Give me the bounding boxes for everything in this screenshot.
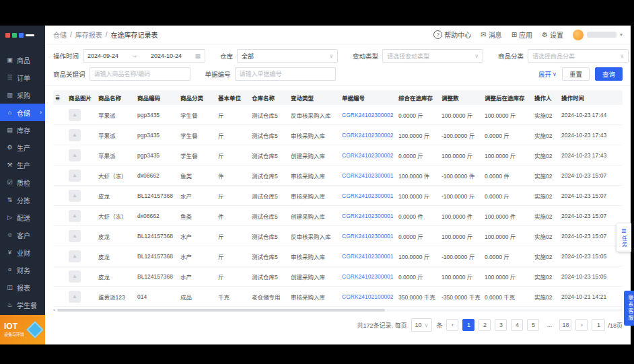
product-category-select[interactable]: 请选择商品分类 ∨ [528, 49, 629, 63]
doc-number-input[interactable] [235, 67, 336, 81]
cell-doc_no[interactable]: CGRK24102300001 [340, 213, 396, 219]
table-row[interactable]: ▲皮龙BL124157368水产斤测试仓库5反审核采购入库CGRK2410230… [53, 226, 623, 246]
scrollbar-track[interactable] [57, 309, 623, 312]
scroll-left-icon[interactable]: ‹ [53, 307, 55, 313]
arrow-right-icon: → [132, 52, 138, 59]
sidebar-item-student-meal[interactable]: ♨学生餐 [0, 296, 45, 314]
cell-before: 0.0000 斤 [396, 272, 439, 281]
app-window: ▣商品☰订单▥采购⌂仓储›▤库存⚙生产⚒生产☑质检⇅分拣▷配送☺客户¥业财¤财务… [0, 26, 631, 344]
orders-icon: ☰ [6, 74, 13, 81]
cell-operator: 实施02 [532, 151, 559, 159]
cell-doc_no[interactable]: CGRK24102300001 [340, 172, 396, 179]
sidebar-item-purchase[interactable]: ▥采购 [0, 86, 45, 104]
column-settings-icon[interactable]: ≣ [53, 94, 67, 101]
table-row[interactable]: ▲皮龙BL124157368水产斤测试仓库5创建采购入库CGRK24102300… [53, 266, 623, 287]
prev-page-button[interactable]: ‹ [446, 319, 458, 331]
table-row[interactable]: ▲蛋黄派123014成品千克老仓储专用审核采购入库CGRK24102100002… [53, 287, 623, 307]
cell-doc_no[interactable]: CGRK24102300001 [340, 253, 396, 260]
breadcrumb-item[interactable]: 库存报表 [75, 30, 102, 40]
record-total: 共172条记录, 每页 [357, 321, 407, 330]
table-row[interactable]: ▲皮龙BL124157368水产斤测试仓库5审核采购入库CGRK24102300… [53, 246, 623, 266]
table-row[interactable]: ▲苹果派pgp3435学生餐斤测试仓库5反审核采购入库CGRK241023000… [53, 105, 623, 125]
cell-warehouse: 测试仓库5 [250, 151, 289, 159]
topbar-action-help-center[interactable]: ?帮助中心 [433, 30, 471, 40]
sidebar-item-label: 财务 [17, 265, 30, 275]
cell-category: 水产 [178, 232, 216, 240]
table-row[interactable]: ▲苹果派pgp3435学生餐斤测试仓库5审核采购入库CGRK2410230000… [53, 125, 623, 145]
change-type-select[interactable]: 请选择变动类型 ∨ [382, 49, 483, 63]
sidebar-item-finance[interactable]: ¤财务 [0, 261, 45, 279]
bizfin-icon: ¥ [6, 249, 13, 256]
cell-doc_no[interactable]: CGRK24102300001 [340, 233, 396, 240]
column-header: 商品编码 [135, 94, 178, 102]
cell-doc_no[interactable]: CGRK24102300002 [340, 112, 396, 118]
topbar-action-label: 消息 [489, 30, 502, 40]
sidebar-item-delivery[interactable]: ▷配送 [0, 209, 45, 226]
sidebar-item-production[interactable]: ⚙生产 [0, 139, 45, 156]
contact-service-float-widget[interactable]: 联系客服 [624, 291, 634, 326]
cell-doc_no[interactable]: CGRK24102300001 [340, 192, 396, 199]
horizontal-scrollbar: ‹ [53, 308, 623, 312]
customer-icon: ☺ [6, 231, 13, 238]
table-row[interactable]: ▲大虾（冻）dx08662鱼类件测试仓库5审核采购入库CGRK241023000… [53, 166, 623, 186]
page-button-1[interactable]: 1 [462, 319, 474, 331]
sidebar-item-customer[interactable]: ☺客户 [0, 226, 45, 244]
filter-label: 仓库 [220, 51, 233, 61]
table-row[interactable]: ▲大虾（冻）dx08662鱼类件测试仓库5创建采购入库CGRK241023000… [53, 206, 623, 226]
page-jump-input[interactable]: 1 [592, 319, 605, 331]
cell-doc_no[interactable]: CGRK24102100002 [340, 293, 396, 300]
product-image-placeholder-icon: ▲ [69, 170, 81, 182]
breadcrumb-item[interactable]: 仓储 [53, 30, 67, 40]
cell-warehouse: 测试仓库5 [250, 252, 289, 260]
user-menu[interactable]: ▾ [573, 30, 623, 40]
page-button-5[interactable]: 5 [527, 319, 539, 331]
page-button-18[interactable]: 18 [559, 319, 571, 331]
sidebar-item-quality[interactable]: ☑质检 [0, 174, 45, 191]
cell-unit: 斤 [216, 272, 250, 281]
change-type-placeholder: 请选择变动类型 [387, 52, 429, 61]
sidebar-item-warehouse[interactable]: ⌂仓储› [0, 104, 45, 121]
sidebar-item-sorting[interactable]: ⇅分拣 [0, 191, 45, 209]
sidebar-item-inventory[interactable]: ▤库存 [0, 121, 45, 139]
scrollbar-thumb[interactable] [57, 309, 385, 312]
caret-down-icon: ∨ [620, 53, 624, 59]
sidebar-item-production-2[interactable]: ⚒生产 [0, 156, 45, 174]
sidebar-item-goods[interactable]: ▣商品 [0, 51, 45, 69]
sidebar-item-orders[interactable]: ☰订单 [0, 69, 45, 86]
table-row[interactable]: ▲皮龙BL124157368水产斤测试仓库5审核采购入库CGRK24102300… [53, 186, 623, 206]
cell-warehouse: 老仓储专用 [250, 293, 289, 301]
cell-doc_no[interactable]: CGRK24102300002 [340, 132, 396, 139]
filter-product-category: 商品分类 请选择商品分类 ∨ [498, 49, 629, 63]
date-end-value[interactable]: 2024-10-24 [151, 52, 182, 59]
product-image-placeholder-icon: ▲ [69, 149, 81, 161]
page-button-2[interactable]: 2 [479, 319, 491, 331]
sidebar-item-biz-finance[interactable]: ¥业财 [0, 244, 45, 261]
page-button-4[interactable]: 4 [511, 319, 523, 331]
reset-button[interactable]: 重置 [562, 67, 590, 81]
warehouse-select[interactable]: 全部 ∨ [237, 49, 338, 63]
sorting-icon: ⇅ [6, 196, 13, 203]
cell-warehouse: 测试仓库5 [250, 212, 289, 220]
topbar-action-apps[interactable]: ⊞应用 [512, 30, 532, 40]
date-range-picker[interactable]: 2024-09-24 → 2024-10-24 ▦ [83, 49, 205, 63]
cell-before: 350.0000 千克 [396, 293, 439, 301]
product-image-cell: ▲ [67, 170, 96, 182]
next-page-button[interactable]: › [575, 319, 588, 331]
cell-doc_no[interactable]: CGRK24102300002 [340, 152, 396, 159]
date-start-value[interactable]: 2024-09-24 [87, 52, 118, 59]
cell-adjust: 100.0000 斤 [439, 111, 483, 119]
filter-actions: 展开 ∨ 重置 查询 [538, 67, 623, 81]
page-size-select[interactable]: 10 ∨ [411, 318, 433, 332]
topbar-action-messages[interactable]: ✉消息 [481, 30, 501, 40]
sidebar-item-label: 报表 [17, 283, 30, 293]
tasks-float-widget[interactable]: ≣ 任务 [617, 223, 631, 252]
caret-down-icon: ∨ [329, 53, 333, 59]
topbar-action-settings[interactable]: ⚙设置 [542, 30, 563, 40]
expand-link[interactable]: 展开 ∨ [538, 69, 557, 79]
table-row[interactable]: ▲苹果派pgp3435学生餐斤测试仓库5创建采购入库CGRK2410230000… [53, 145, 623, 166]
cell-doc_no[interactable]: CGRK24102300001 [340, 273, 396, 280]
product-keyword-input[interactable] [90, 67, 190, 81]
page-button-3[interactable]: 3 [495, 319, 507, 331]
query-button[interactable]: 查询 [595, 67, 623, 81]
sidebar-item-report[interactable]: ◫报表 [0, 279, 45, 296]
